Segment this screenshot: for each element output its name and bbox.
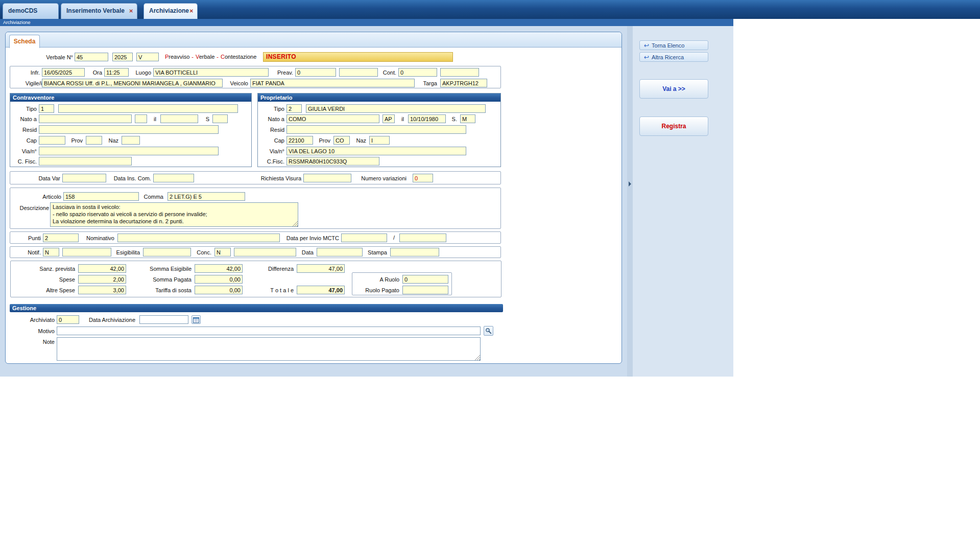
mctc-data2-input[interactable] <box>399 234 446 242</box>
differenza-input[interactable] <box>297 264 345 273</box>
resid-label: Resid <box>260 126 284 133</box>
spese-input[interactable] <box>78 275 126 284</box>
tab-democds-home[interactable]: demoCDS Home <box>3 3 59 19</box>
proprietario-nato-input[interactable] <box>286 114 379 123</box>
cfisc-label: C.Fisc. <box>260 158 284 165</box>
contravventore-nato-data-input[interactable] <box>160 114 198 123</box>
variazioni-box: Data Var Data Ins. Com. Richiesta Visura… <box>10 171 501 184</box>
somma-esigibile-input[interactable] <box>195 264 243 273</box>
stampa-input[interactable] <box>390 248 439 256</box>
screen: demoCDS Home Inserimento Verbale ✕ Archi… <box>0 0 980 560</box>
altra-ricerca-button[interactable]: ↩ Altra Ricerca <box>639 52 708 62</box>
totale-input[interactable] <box>297 286 345 294</box>
altre-spese-input[interactable] <box>78 286 126 294</box>
punti-input[interactable] <box>43 234 79 242</box>
verbale-tipo-legend: Preavviso-Verbale-Contestazione <box>165 54 256 60</box>
contravventore-sesso-input[interactable] <box>212 114 228 123</box>
data-ins-com-input[interactable] <box>153 174 194 182</box>
proprietario-resid-input[interactable] <box>286 125 466 134</box>
vigile-input[interactable] <box>42 79 223 87</box>
proprietario-naz-input[interactable] <box>369 136 390 145</box>
descrizione-textarea[interactable]: Lasciava in sosta il veicolo: - nello sp… <box>50 202 298 227</box>
proprietario-via-input[interactable] <box>286 147 466 155</box>
infr-data-input[interactable] <box>42 68 85 77</box>
mctc-label: Data per Invio MCTC <box>282 235 339 242</box>
verbale-numero-input[interactable] <box>75 53 108 61</box>
esigibilita-input[interactable] <box>143 248 191 256</box>
nominativo-input[interactable] <box>117 234 280 242</box>
tab-archiviazione[interactable]: Archiviazione ✕ <box>144 3 198 19</box>
comma-input[interactable] <box>168 192 245 201</box>
articolo-input[interactable] <box>63 192 139 201</box>
proprietario-sesso-input[interactable] <box>460 114 475 123</box>
luogo-input[interactable] <box>153 68 269 77</box>
sesso-label: S <box>204 115 209 123</box>
registra-button[interactable]: Registra <box>639 116 708 136</box>
mctc-data-input[interactable] <box>341 234 387 242</box>
close-icon[interactable]: ✕ <box>129 4 133 18</box>
contravventore-naz-input[interactable] <box>122 136 140 145</box>
a-ruolo-input[interactable] <box>402 275 448 284</box>
infrazione-box: Infr. Ora Luogo Preav. Cont. Vigile/i Ve… <box>10 66 501 88</box>
note-textarea[interactable] <box>57 337 481 361</box>
proprietario-nato-prov-input[interactable] <box>383 114 395 123</box>
tab-inserimento-verbale[interactable]: Inserimento Verbale ✕ <box>61 3 137 19</box>
contravventore-cfisc-input[interactable] <box>39 157 132 166</box>
data-notifica-input[interactable] <box>317 248 363 256</box>
sesso-label: S. <box>449 115 457 123</box>
vai-a-button[interactable]: Vai a >> <box>639 79 708 99</box>
contravventore-prov-input[interactable] <box>86 136 102 145</box>
tariffa-sosta-input[interactable] <box>195 286 243 294</box>
cont-extra-input[interactable] <box>440 68 479 77</box>
numero-variazioni-input[interactable] <box>413 174 433 182</box>
contravventore-panel: Contravventore Tipo Nato a il S Resid Ca… <box>10 93 252 167</box>
cont-input[interactable] <box>398 68 437 77</box>
somma-pagata-input[interactable] <box>195 275 243 284</box>
tab-scheda[interactable]: Scheda <box>9 35 40 48</box>
proprietario-cfisc-input[interactable] <box>286 157 379 166</box>
legend-separator: - <box>217 54 219 60</box>
search-button[interactable] <box>484 326 493 336</box>
preav-extra-input[interactable] <box>339 68 378 77</box>
notif-input[interactable] <box>43 248 59 256</box>
richiesta-visura-input[interactable] <box>303 174 351 182</box>
torna-elenco-button[interactable]: ↩ Torna Elenco <box>639 40 708 50</box>
proprietario-nato-data-input[interactable] <box>408 114 446 123</box>
proprietario-tipo-input[interactable] <box>286 104 302 113</box>
tab-label: Inserimento Verbale <box>66 7 125 14</box>
conc-extra-input[interactable] <box>234 248 296 256</box>
sanz-prevista-input[interactable] <box>78 264 126 273</box>
conc-input[interactable] <box>214 248 231 256</box>
contravventore-nato-prov-input[interactable] <box>135 114 147 123</box>
contravventore-nato-input[interactable] <box>39 114 132 123</box>
panel-splitter[interactable] <box>627 26 633 377</box>
targa-input[interactable] <box>440 79 487 87</box>
totale-label: T o t a l e <box>260 287 294 294</box>
veicolo-input[interactable] <box>250 79 415 87</box>
contravventore-cap-input[interactable] <box>39 136 65 145</box>
contravventore-via-input[interactable] <box>39 147 219 155</box>
contravventore-nominativo-input[interactable] <box>58 104 238 113</box>
verbale-anno-input[interactable] <box>112 53 133 61</box>
cfisc-label: C. Fisc. <box>12 158 37 165</box>
ruolo-box: A Ruolo Ruolo Pagato <box>352 272 452 295</box>
close-icon[interactable]: ✕ <box>189 4 194 18</box>
ora-input[interactable] <box>104 68 129 77</box>
esigibilita-label: Esigibilita <box>112 249 140 256</box>
motivo-input[interactable] <box>57 326 481 335</box>
calendar-button[interactable] <box>192 315 201 324</box>
contravventore-resid-input[interactable] <box>39 125 219 134</box>
proprietario-prov-input[interactable] <box>333 136 350 145</box>
notif-extra-input[interactable] <box>62 248 111 256</box>
prov-label: Prov <box>315 137 330 144</box>
verbale-tipo-input[interactable] <box>136 53 159 61</box>
proprietario-nominativo-input[interactable] <box>306 104 486 113</box>
contravventore-tipo-input[interactable] <box>39 104 54 113</box>
ruolo-pagato-input[interactable] <box>402 286 448 294</box>
data-var-input[interactable] <box>62 174 106 182</box>
data-archiviazione-input[interactable] <box>139 315 188 324</box>
preav-input[interactable] <box>295 68 336 77</box>
proprietario-cap-input[interactable] <box>286 136 313 145</box>
archiviato-input[interactable] <box>57 315 79 324</box>
richiesta-visura-label: Richiesta Visura <box>254 175 301 182</box>
